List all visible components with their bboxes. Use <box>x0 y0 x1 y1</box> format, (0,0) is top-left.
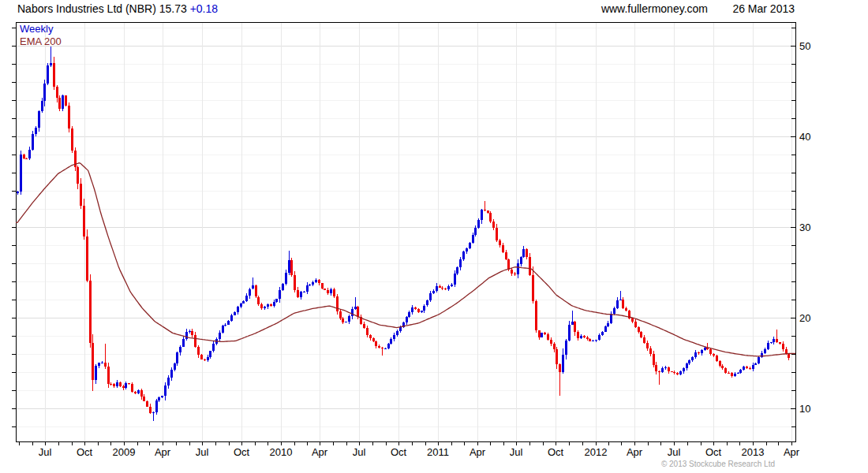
candle-body <box>71 128 73 151</box>
candle-body <box>137 390 140 393</box>
candle-body <box>330 289 332 294</box>
candle-body <box>128 383 130 384</box>
candle-body <box>297 290 299 297</box>
candle-body <box>143 397 145 400</box>
candle-body <box>176 352 178 363</box>
candle-body <box>234 312 236 315</box>
candle-body <box>125 383 127 388</box>
candle-body <box>752 365 754 370</box>
chart-title: Nabors Industries Ltd (NBR) 15.73 +0.18 <box>17 2 218 15</box>
candle-body <box>737 373 739 374</box>
x-axis-label: Oct <box>234 446 250 458</box>
candle-body <box>83 206 85 236</box>
candle-body <box>451 285 453 286</box>
candle-body <box>339 311 342 318</box>
candle-body <box>17 192 19 193</box>
candle-body <box>568 325 571 341</box>
candle-body <box>161 396 163 397</box>
x-axis-label: Apr <box>312 446 328 458</box>
candle-body <box>511 270 513 274</box>
candle-body <box>728 373 730 374</box>
candle-body <box>764 349 766 353</box>
candle-body <box>50 63 52 66</box>
candle-body <box>56 87 58 98</box>
x-axis-label: Apr <box>155 446 171 458</box>
candle-body <box>104 363 107 367</box>
candle-body <box>345 322 347 322</box>
candle-body <box>686 363 688 368</box>
x-axis-label: Jul <box>196 446 209 458</box>
candle-body <box>77 167 79 184</box>
candle-body <box>776 339 778 342</box>
candle-body <box>574 322 576 331</box>
candle-body <box>556 349 558 364</box>
candle-body <box>222 326 224 333</box>
candle-body <box>131 384 133 392</box>
candle-body <box>146 401 148 407</box>
candle-body <box>38 111 40 128</box>
candle-body <box>20 155 22 192</box>
candle-body <box>285 273 287 284</box>
y-axis-label: 30 <box>799 222 810 233</box>
candle-body <box>98 363 100 366</box>
candle-body <box>357 307 359 317</box>
candle-body <box>758 357 760 363</box>
x-axis-label: 2012 <box>585 446 608 458</box>
candle-body <box>487 210 489 212</box>
candle-body <box>613 308 615 314</box>
candle-body <box>477 220 480 228</box>
candle-body <box>426 300 428 305</box>
candle-body <box>242 301 245 303</box>
candle-body <box>625 308 627 311</box>
candle-body <box>589 339 591 341</box>
candle-body <box>514 274 516 274</box>
candle-body <box>290 260 293 276</box>
candle-body <box>294 275 296 290</box>
candle-body <box>691 357 694 360</box>
candle-body <box>507 259 510 270</box>
candle-body <box>41 101 43 111</box>
candle-body <box>393 335 395 340</box>
candle-body <box>35 128 37 134</box>
candle-body <box>101 363 103 363</box>
candle-body <box>390 339 392 344</box>
candle-body <box>237 307 239 312</box>
x-axis-label: 2011 <box>427 446 449 458</box>
candle-body <box>671 371 673 372</box>
candle-body <box>447 286 450 289</box>
candle-body <box>749 368 751 370</box>
candle-body <box>122 386 125 389</box>
instrument-title: Nabors Industries Ltd (NBR) 15.73 <box>17 2 187 15</box>
candle-body <box>32 134 34 150</box>
candle-body <box>65 95 67 105</box>
candle-body <box>62 95 64 109</box>
candle-body <box>664 367 667 369</box>
candle-body <box>68 106 70 129</box>
candle-body <box>230 315 233 321</box>
candle-body <box>182 339 185 347</box>
y-axis-label: 20 <box>799 312 810 324</box>
candle-body <box>571 322 574 324</box>
candle-body <box>502 245 504 253</box>
candle-body <box>227 321 230 325</box>
candle-body <box>209 351 211 357</box>
candle-body <box>559 364 561 372</box>
candle-body <box>333 289 335 297</box>
candle-body <box>324 289 326 290</box>
candle-body <box>532 275 534 301</box>
candle-body <box>384 348 387 349</box>
candle-body <box>170 370 173 378</box>
candle-body <box>436 286 438 292</box>
candle-body <box>505 252 507 259</box>
candle-body <box>649 348 652 354</box>
x-axis-label: Jul <box>353 446 366 458</box>
candle-body <box>622 300 624 308</box>
candle-body <box>679 371 682 374</box>
x-axis-label: Jul <box>510 446 523 458</box>
candle-body <box>158 397 160 400</box>
candle-body <box>604 326 607 332</box>
candle-body <box>694 352 697 357</box>
candle-body <box>86 236 88 281</box>
candle-body <box>191 331 193 335</box>
candle-body <box>406 317 408 322</box>
